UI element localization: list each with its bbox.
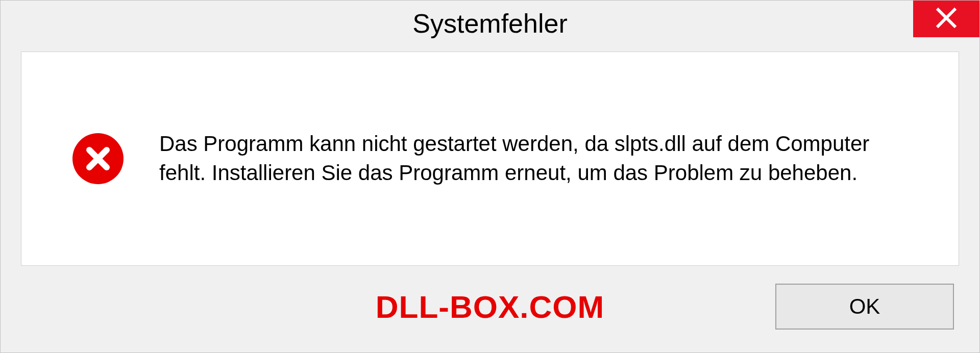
title-bar: Systemfehler — [1, 1, 979, 46]
close-button[interactable] — [913, 1, 979, 37]
error-dialog: Systemfehler Das Programm kann nicht ges… — [0, 0, 980, 353]
dialog-footer: DLL-BOX.COM OK — [1, 276, 979, 352]
ok-button[interactable]: OK — [775, 284, 954, 330]
dialog-title: Systemfehler — [412, 8, 567, 39]
watermark-text: DLL-BOX.COM — [376, 289, 604, 325]
close-icon — [935, 7, 958, 31]
error-message: Das Programm kann nicht gestartet werden… — [159, 130, 918, 187]
error-icon — [72, 133, 124, 184]
content-area: Das Programm kann nicht gestartet werden… — [21, 52, 959, 266]
